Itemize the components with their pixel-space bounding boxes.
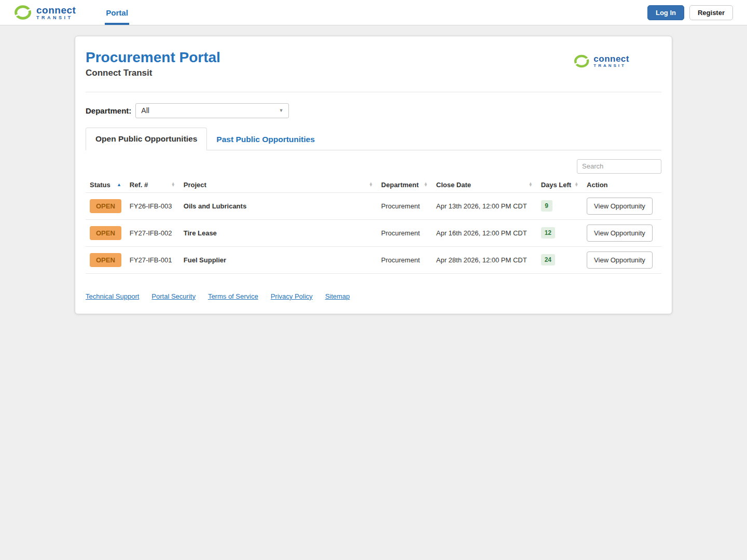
sort-icon: ▲▼	[529, 183, 533, 187]
status-badge: OPEN	[90, 253, 121, 267]
nav-item-portal[interactable]: Portal	[105, 0, 129, 25]
department-cell: Procurement	[377, 246, 432, 273]
nav-logo-text: connect TRANSIT	[36, 5, 76, 20]
tab-past-public-opportunities[interactable]: Past Public Opportunities	[207, 129, 324, 150]
close-date-cell: Apr 28th 2026, 12:00 PM CDT	[432, 246, 537, 273]
sort-icon: ▲▼	[369, 183, 373, 187]
sort-icon: ▲▼	[171, 183, 175, 187]
column-header-status[interactable]: Status▲	[86, 177, 126, 193]
top-navbar: connect TRANSIT Portal Log In Register	[0, 0, 747, 25]
days-left-badge: 12	[541, 227, 555, 239]
column-header-project[interactable]: Project▲▼	[179, 177, 377, 193]
nav-logo: connect TRANSIT	[14, 0, 76, 25]
close-date-cell: Apr 13th 2026, 12:00 PM CDT	[432, 192, 537, 219]
column-header-days-left[interactable]: Days Left▲▼	[537, 177, 583, 193]
search-input[interactable]	[577, 159, 661, 174]
connect-transit-swoosh-icon	[574, 54, 590, 68]
login-button[interactable]: Log In	[647, 5, 684, 20]
sort-icon: ▲▼	[574, 183, 578, 187]
column-header-action: Action	[583, 177, 661, 193]
sort-icon: ▲▼	[424, 183, 428, 187]
opportunity-tabs: Open Public Opportunities Past Public Op…	[86, 128, 661, 150]
procurement-portal-card: Procurement Portal Connect Transit conne…	[75, 36, 672, 314]
status-badge: OPEN	[90, 199, 121, 213]
department-filter-row: Department: All ▼	[86, 103, 661, 118]
column-header-department[interactable]: Department▲▼	[377, 177, 432, 193]
view-opportunity-button[interactable]: View Opportunity	[587, 198, 653, 215]
department-label: Department:	[86, 106, 131, 115]
department-cell: Procurement	[377, 219, 432, 246]
sort-ascending-icon: ▲	[117, 182, 121, 187]
status-badge: OPEN	[90, 226, 121, 240]
close-date-cell: Apr 16th 2026, 12:00 PM CDT	[432, 219, 537, 246]
card-header: Procurement Portal Connect Transit conne…	[86, 47, 661, 92]
view-opportunity-button[interactable]: View Opportunity	[587, 225, 653, 242]
card-logo-text: connect TRANSIT	[593, 54, 629, 68]
opportunities-table: Status▲ Ref. #▲▼ Project▲▼ Department▲▼ …	[86, 177, 661, 274]
ref-number: FY26-IFB-003	[126, 192, 179, 219]
page-title: Procurement Portal	[86, 50, 220, 66]
project-name: Fuel Supplier	[179, 246, 377, 273]
footer-links: Technical Support Portal Security Terms …	[86, 292, 661, 300]
column-header-close-date[interactable]: Close Date▲▼	[432, 177, 537, 193]
logo-word-connect: connect	[36, 5, 76, 15]
tab-open-public-opportunities[interactable]: Open Public Opportunities	[86, 128, 207, 150]
department-select[interactable]: All ▼	[135, 103, 289, 118]
view-opportunity-button[interactable]: View Opportunity	[587, 251, 653, 269]
column-header-ref[interactable]: Ref. #▲▼	[126, 177, 179, 193]
days-left-badge: 9	[541, 200, 552, 212]
table-row: OPEN FY27-IFB-002 Tire Lease Procurement…	[86, 219, 661, 246]
footer-link-technical-support[interactable]: Technical Support	[86, 292, 139, 300]
logo-word-connect: connect	[593, 54, 629, 63]
project-name: Oils and Lubricants	[179, 192, 377, 219]
ref-number: FY27-IFB-001	[126, 246, 179, 273]
logo-word-transit: TRANSIT	[593, 64, 629, 68]
department-selected-value: All	[141, 106, 149, 115]
footer-link-terms-of-service[interactable]: Terms of Service	[208, 292, 258, 300]
connect-transit-swoosh-icon	[14, 4, 33, 21]
footer-link-sitemap[interactable]: Sitemap	[325, 292, 350, 300]
logo-word-transit: TRANSIT	[36, 16, 76, 20]
department-cell: Procurement	[377, 192, 432, 219]
register-button[interactable]: Register	[689, 5, 733, 20]
footer-link-portal-security[interactable]: Portal Security	[151, 292, 196, 300]
page-subtitle: Connect Transit	[86, 68, 220, 78]
table-header-row: Status▲ Ref. #▲▼ Project▲▼ Department▲▼ …	[86, 177, 661, 193]
footer-link-privacy-policy[interactable]: Privacy Policy	[271, 292, 313, 300]
table-row: OPEN FY27-IFB-001 Fuel Supplier Procurem…	[86, 246, 661, 273]
search-row	[86, 159, 661, 174]
ref-number: FY27-IFB-002	[126, 219, 179, 246]
project-name: Tire Lease	[179, 219, 377, 246]
table-row: OPEN FY26-IFB-003 Oils and Lubricants Pr…	[86, 192, 661, 219]
chevron-down-icon: ▼	[279, 108, 283, 113]
card-logo: connect TRANSIT	[574, 50, 632, 68]
days-left-badge: 24	[541, 254, 555, 265]
